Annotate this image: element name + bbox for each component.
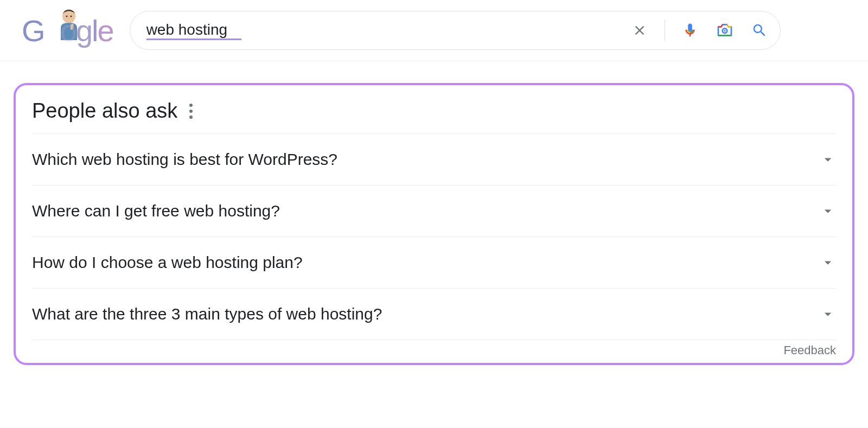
chevron-down-icon [820, 203, 836, 219]
paa-question-row[interactable]: Where can I get free web hosting? [32, 186, 836, 237]
feedback-link[interactable]: Feedback [783, 343, 836, 357]
people-also-ask-card: People also ask Which web hosting is bes… [14, 83, 854, 365]
image-search-icon[interactable] [715, 21, 735, 40]
more-options-icon[interactable] [189, 104, 193, 119]
paa-question-text: Which web hosting is best for WordPress? [32, 150, 337, 169]
search-icon[interactable] [750, 21, 769, 40]
chevron-down-icon [820, 254, 836, 271]
paa-question-row[interactable]: What are the three 3 main types of web h… [32, 289, 836, 340]
paa-title: People also ask [32, 99, 177, 123]
query-underline [146, 39, 241, 40]
chevron-down-icon [820, 306, 836, 322]
search-action-icons [630, 20, 769, 41]
paa-question-text: What are the three 3 main types of web h… [32, 305, 382, 323]
clear-icon[interactable] [630, 21, 649, 40]
paa-question-text: How do I choose a web hosting plan? [32, 253, 303, 272]
paa-header: People also ask [32, 99, 836, 134]
search-input[interactable] [146, 21, 630, 39]
svg-point-4 [724, 30, 725, 31]
chevron-down-icon [820, 151, 836, 168]
search-header: G oogle [0, 0, 868, 61]
paa-question-row[interactable]: Which web hosting is best for WordPress? [32, 134, 836, 186]
voice-search-icon[interactable] [680, 21, 700, 40]
google-logo[interactable]: G oogle [22, 13, 113, 48]
paa-question-text: Where can I get free web hosting? [32, 202, 280, 220]
divider [665, 20, 665, 41]
search-bar [130, 11, 781, 50]
feedback-row: Feedback [32, 340, 836, 357]
paa-question-row[interactable]: How do I choose a web hosting plan? [32, 237, 836, 289]
